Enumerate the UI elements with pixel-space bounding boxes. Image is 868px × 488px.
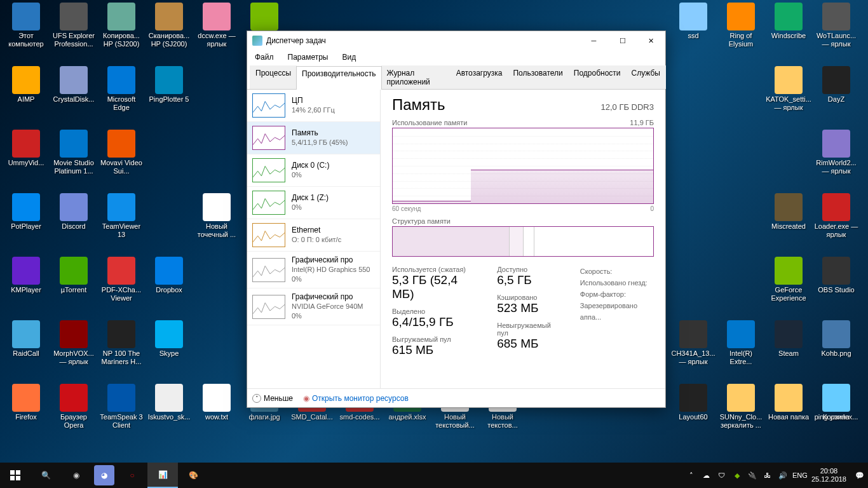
desktop-icon[interactable]: Microsoft Edge xyxy=(98,66,144,112)
tray-network-icon[interactable]: 🖧 xyxy=(762,471,773,479)
desktop-icon[interactable]: PotPlayer xyxy=(3,193,49,231)
desktop-icon[interactable]: Этот компьютер xyxy=(3,3,49,48)
desktop-icon[interactable]: wow.txt xyxy=(194,384,240,421)
metric-title: Память xyxy=(392,96,445,114)
taskbar-app-opera[interactable]: ○ xyxy=(117,463,147,488)
meta-row: Использовано гнезд: xyxy=(580,277,654,288)
tray-onedrive-icon[interactable]: ☁ xyxy=(701,471,712,480)
desktop-icon[interactable]: Layout60 xyxy=(670,384,716,421)
taskbar-app-paint[interactable]: 🎨 xyxy=(178,463,208,488)
desktop-icon[interactable]: CH341A_13... — ярлык xyxy=(670,320,716,366)
tray-volume-icon[interactable]: 🔊 xyxy=(777,471,789,480)
desktop-icon[interactable]: Копирова... HP (SJ200) xyxy=(98,3,144,48)
tray-chevron-icon[interactable]: ˄ xyxy=(686,471,697,480)
maximize-button[interactable]: ☐ xyxy=(608,31,637,50)
open-resource-monitor-link[interactable]: ◉ Открыть монитор ресурсов xyxy=(303,394,409,403)
desktop-icon[interactable]: MorphVOX... — ярлык xyxy=(51,320,97,366)
start-button[interactable] xyxy=(0,463,31,488)
desktop-icon[interactable]: DayZ xyxy=(813,66,859,104)
desktop-icon[interactable]: Ring of Elysium xyxy=(718,3,764,48)
stat: Выгружаемый пул615 МБ xyxy=(392,336,475,357)
desktop-icon[interactable]: Skype xyxy=(146,320,192,358)
desktop-icon[interactable]: Iskustvo_sk... xyxy=(146,384,192,421)
memory-composition-graph[interactable] xyxy=(392,226,654,257)
desktop-icon[interactable]: RimWorld2... — ярлык xyxy=(813,130,859,175)
memory-usage-graph[interactable] xyxy=(392,128,654,204)
taskbar-app-taskmgr[interactable]: 📊 xyxy=(147,463,178,488)
titlebar[interactable]: Диспетчер задач ─ ☐ ✕ xyxy=(247,31,665,50)
desktop-icon[interactable]: Браузер Opera xyxy=(51,384,97,430)
meta-row: Зарезервировано аппа... xyxy=(580,300,654,323)
tab-6[interactable]: Службы xyxy=(626,65,666,89)
stat: Доступно6,5 ГБ xyxy=(497,266,559,287)
desktop-icon[interactable]: OBS Studio xyxy=(813,257,859,294)
desktop-icon[interactable]: Firefox xyxy=(3,384,49,421)
desktop-icon[interactable]: µTorrent xyxy=(51,257,97,294)
desktop-icon[interactable]: UmmyVid... xyxy=(3,130,49,167)
tab-4[interactable]: Пользователи xyxy=(507,65,568,89)
sidebar-item-5[interactable]: Графический проIntel(R) HD Graphics 5500… xyxy=(247,252,380,288)
desktop-icon[interactable]: Movavi Video Sui... xyxy=(98,130,144,175)
sidebar-item-0[interactable]: ЦП14% 2,60 ГГц xyxy=(247,90,380,122)
desktop-icon[interactable]: Сканирова... HP (SJ200) xyxy=(146,3,192,48)
desktop-icon[interactable]: Steam xyxy=(766,320,811,358)
desktop-icon[interactable]: Kohb.png xyxy=(813,320,859,358)
taskbar-app-steam[interactable]: ◉ xyxy=(61,463,92,488)
desktop-icon[interactable]: Discord xyxy=(51,193,97,231)
tray-language[interactable]: ENG xyxy=(792,471,804,479)
desktop-icon[interactable]: Loader.exe — ярлык xyxy=(813,193,859,239)
desktop-icon[interactable]: Miscreated xyxy=(766,193,811,231)
sidebar-item-2[interactable]: Диск 0 (C:)0% xyxy=(247,154,380,187)
desktop-icon[interactable]: PingPlotter 5 xyxy=(146,66,192,104)
desktop-icon[interactable]: dccw.exe — ярлык xyxy=(194,3,240,48)
desktop-icon[interactable]: NP 100 The Mariners H... xyxy=(98,320,144,366)
desktop-icon[interactable]: Новая папка xyxy=(766,384,811,421)
desktop-icon[interactable]: TeamSpeak 3 Client xyxy=(98,384,144,430)
sidebar-item-4[interactable]: EthernetО: 0 П: 0 кбит/с xyxy=(247,219,380,252)
desktop-icon[interactable]: Dropbox xyxy=(146,257,192,294)
resource-monitor-icon: ◉ xyxy=(303,394,309,403)
search-icon[interactable]: 🔍 xyxy=(31,463,61,488)
desktop-icon[interactable]: SUNny_Clo... зеркалить ... xyxy=(718,384,764,430)
desktop-icon[interactable]: ssd xyxy=(670,3,716,40)
menu-file[interactable]: Файл xyxy=(252,51,276,63)
menu-view[interactable]: Вид xyxy=(339,51,358,63)
sidebar-item-1[interactable]: Память5,4/11,9 ГБ (45%) xyxy=(247,122,380,154)
svg-rect-3 xyxy=(16,476,20,480)
taskbar-app-discord[interactable]: ◕ xyxy=(94,465,114,485)
menubar: Файл Параметры Вид xyxy=(247,50,665,64)
desktop-icon[interactable]: AIMP xyxy=(3,66,49,104)
menu-options[interactable]: Параметры xyxy=(285,51,331,63)
tab-0[interactable]: Процессы xyxy=(250,65,297,89)
desktop-icon[interactable]: WoTLaunc... — ярлык xyxy=(813,3,859,48)
tab-2[interactable]: Журнал приложений xyxy=(381,65,451,89)
desktop-icon[interactable]: UFS Explorer Profession... xyxy=(51,3,97,48)
tray-defender-icon[interactable]: 🛡 xyxy=(716,471,728,479)
desktop-icon[interactable]: KMPlayer xyxy=(3,257,49,294)
desktop-icon[interactable]: PDF-XCha... Viewer xyxy=(98,257,144,302)
desktop-icon[interactable]: Новый точечный ... xyxy=(194,193,240,239)
desktop-icon[interactable]: TeamViewer 13 xyxy=(98,193,144,239)
taskbar-clock[interactable]: 20:08 25.12.2018 xyxy=(808,467,850,484)
sidebar-item-6[interactable]: Графический проNVIDIA GeForce 940M0% xyxy=(247,288,380,325)
desktop-icon[interactable]: Movie Studio Platinum 1... xyxy=(51,130,97,175)
fewer-details-button[interactable]: ˄ Меньше xyxy=(252,394,293,403)
desktop-icon[interactable]: Intel(R) Extre... xyxy=(718,320,764,366)
tab-3[interactable]: Автозагрузка xyxy=(451,65,508,89)
close-button[interactable]: ✕ xyxy=(637,31,665,50)
tray-notifications-icon[interactable]: 💬 xyxy=(854,471,865,480)
desktop-icon[interactable]: Windscribe xyxy=(766,3,811,40)
desktop-icon[interactable]: RaidCall xyxy=(3,320,49,358)
tabs: ПроцессыПроизводительностьЖурнал приложе… xyxy=(247,65,665,90)
desktop-icon[interactable]: KATOK_setti... — ярлык xyxy=(766,66,811,112)
desktop-icon[interactable]: GeForce Experience xyxy=(766,257,811,302)
tab-5[interactable]: Подробности xyxy=(568,65,627,89)
minimize-button[interactable]: ─ xyxy=(580,31,608,50)
task-manager-window: Диспетчер задач ─ ☐ ✕ Файл Параметры Вид… xyxy=(247,30,666,408)
tray-nvidia-icon[interactable]: ◆ xyxy=(731,471,743,480)
tab-1[interactable]: Производительность xyxy=(296,66,381,90)
sidebar-item-3[interactable]: Диск 1 (Z:)0% xyxy=(247,187,380,219)
desktop-icon[interactable]: CrystalDisk... xyxy=(51,66,97,104)
desktop-icon[interactable]: Корзина xyxy=(813,384,859,421)
tray-power-icon[interactable]: 🔌 xyxy=(747,471,758,480)
